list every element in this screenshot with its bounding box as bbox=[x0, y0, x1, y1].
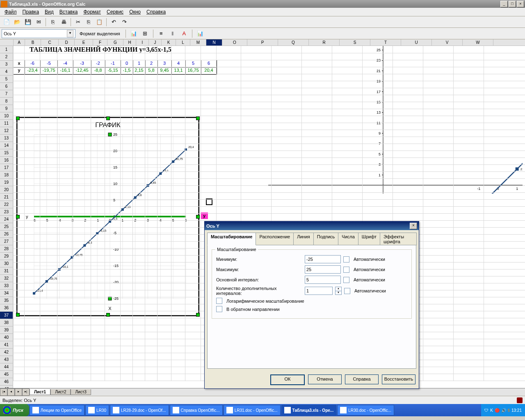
sheet-tab[interactable]: Лист1 bbox=[30, 389, 50, 395]
row-header[interactable]: 31 bbox=[0, 267, 13, 275]
column-header[interactable]: N bbox=[206, 39, 222, 46]
menu-window[interactable]: Окно bbox=[126, 8, 144, 16]
redo-icon[interactable]: ↷ bbox=[119, 17, 129, 27]
column-header[interactable]: K bbox=[162, 39, 176, 46]
menu-view[interactable]: Вид bbox=[42, 8, 57, 16]
tab-positioning[interactable]: Расположение bbox=[256, 233, 294, 245]
tray-icon[interactable]: K bbox=[490, 408, 493, 413]
new-icon[interactable]: 📄 bbox=[2, 17, 11, 27]
paste-icon[interactable]: 📋 bbox=[94, 17, 104, 27]
row-header[interactable]: 13 bbox=[0, 135, 13, 142]
column-header[interactable]: M bbox=[190, 39, 206, 46]
tab-line[interactable]: Линия bbox=[293, 233, 314, 245]
row-header[interactable]: 43 bbox=[0, 356, 13, 363]
column-header[interactable]: E bbox=[75, 39, 93, 46]
print-icon[interactable]: 🖶 bbox=[59, 17, 68, 27]
row-header[interactable]: 32 bbox=[0, 275, 13, 282]
menu-help[interactable]: Справка bbox=[144, 8, 169, 16]
maximize-button[interactable]: □ bbox=[509, 1, 516, 7]
name-box[interactable]: Ось Y ▼ bbox=[2, 29, 75, 38]
start-button[interactable]: Пуск bbox=[0, 404, 29, 416]
ok-button[interactable]: ОК bbox=[270, 374, 305, 385]
minimize-button[interactable]: _ bbox=[500, 1, 508, 7]
row-header[interactable]: 38 bbox=[0, 319, 13, 326]
row-header[interactable]: 39 bbox=[0, 326, 13, 334]
column-header[interactable]: W bbox=[463, 39, 493, 46]
row-header[interactable]: 46 bbox=[0, 378, 13, 386]
row-header[interactable]: 10 bbox=[0, 112, 13, 120]
row-header[interactable]: 26 bbox=[0, 231, 13, 238]
save-icon[interactable]: 💾 bbox=[23, 17, 33, 27]
minor-input[interactable] bbox=[305, 287, 333, 295]
close-button[interactable]: × bbox=[517, 1, 524, 7]
help-button[interactable]: Справка bbox=[345, 374, 379, 384]
max-input[interactable] bbox=[305, 265, 341, 274]
resize-handle[interactable] bbox=[196, 116, 200, 120]
column-header[interactable]: O bbox=[222, 39, 247, 46]
sheet-nav-prev-icon[interactable]: ◂ bbox=[7, 388, 15, 396]
row-header[interactable]: 22 bbox=[0, 201, 13, 208]
mail-icon[interactable]: ✉ bbox=[34, 17, 43, 27]
font-icon[interactable]: A bbox=[179, 29, 189, 39]
major-input[interactable] bbox=[305, 276, 341, 284]
format-selection-button[interactable]: Формат выделения bbox=[77, 30, 123, 37]
name-box-dropdown-icon[interactable]: ▼ bbox=[67, 30, 73, 37]
row-header[interactable]: 29 bbox=[0, 253, 13, 260]
column-header[interactable]: T bbox=[370, 39, 401, 46]
resize-handle[interactable] bbox=[16, 313, 20, 317]
row-header[interactable]: 21 bbox=[0, 194, 13, 201]
tab-label[interactable]: Подпись bbox=[313, 233, 339, 245]
row-header[interactable]: 2 bbox=[0, 53, 13, 61]
menu-edit[interactable]: Правка bbox=[20, 8, 42, 16]
row-header[interactable]: 23 bbox=[0, 208, 13, 216]
row-header[interactable]: 30 bbox=[0, 260, 13, 267]
menu-format[interactable]: Формат bbox=[80, 8, 104, 16]
pdf-icon[interactable]: ⎘ bbox=[48, 17, 58, 27]
row-header[interactable]: 42 bbox=[0, 349, 13, 356]
sheet-nav-first-icon[interactable]: |◂ bbox=[0, 388, 7, 396]
chart-tool-icon[interactable]: 📊 bbox=[129, 29, 139, 39]
taskbar-item[interactable]: LR30.doc - OpenOffic... bbox=[337, 405, 394, 415]
menu-file[interactable]: Файл bbox=[2, 8, 20, 16]
row-header[interactable]: 27 bbox=[0, 238, 13, 245]
row-header[interactable]: 15 bbox=[0, 149, 13, 157]
sheet-nav-last-icon[interactable]: ▸| bbox=[22, 388, 30, 396]
copy-icon[interactable]: ⎘ bbox=[84, 17, 94, 27]
row-header[interactable]: 41 bbox=[0, 341, 13, 349]
row-header[interactable]: 45 bbox=[0, 371, 13, 378]
row-header[interactable]: 4 bbox=[0, 68, 13, 75]
reset-button[interactable]: Восстановить bbox=[382, 374, 415, 384]
taskbar-item[interactable]: LR30 bbox=[85, 405, 109, 415]
resize-handle[interactable] bbox=[196, 215, 200, 219]
minor-auto-checkbox[interactable] bbox=[344, 288, 350, 294]
chart-type-icon[interactable]: 📊 bbox=[195, 29, 205, 39]
column-header[interactable]: A bbox=[14, 39, 25, 46]
column-header[interactable]: L bbox=[176, 39, 190, 46]
row-header[interactable]: 24 bbox=[0, 216, 13, 223]
spin-down-icon[interactable]: ▼ bbox=[336, 291, 341, 295]
cut-icon[interactable]: ✂ bbox=[73, 17, 83, 27]
tray-icon[interactable]: 🛡 bbox=[484, 408, 488, 413]
undo-icon[interactable]: ↶ bbox=[109, 17, 119, 27]
resize-handle[interactable] bbox=[16, 215, 20, 219]
spin-up-icon[interactable]: ▲ bbox=[336, 287, 341, 291]
menu-insert[interactable]: Вставка bbox=[57, 8, 81, 16]
row-header[interactable]: 11 bbox=[0, 120, 13, 127]
tab-font-effects[interactable]: Эффекты шрифта bbox=[380, 233, 417, 245]
row-header[interactable]: 5 bbox=[0, 75, 13, 83]
row-header[interactable]: 35 bbox=[0, 297, 13, 304]
taskbar-item[interactable]: Таблица3.xls - Ope... bbox=[281, 405, 337, 415]
open-icon[interactable]: 📂 bbox=[12, 17, 22, 27]
dialog-close-icon[interactable]: × bbox=[410, 223, 417, 229]
resize-handle[interactable] bbox=[106, 116, 110, 120]
grid-h-icon[interactable]: ≡ bbox=[156, 29, 166, 39]
column-header[interactable]: Q bbox=[278, 39, 309, 46]
resize-handle[interactable] bbox=[106, 313, 110, 317]
row-header[interactable]: 1 bbox=[0, 46, 13, 53]
column-header[interactable]: P bbox=[247, 39, 278, 46]
row-header[interactable]: 7 bbox=[0, 90, 13, 98]
min-input[interactable] bbox=[305, 255, 341, 263]
tray-icon[interactable]: ti bbox=[508, 408, 510, 413]
tray-volume-icon[interactable]: 🔊 bbox=[501, 408, 506, 413]
column-header[interactable]: I bbox=[136, 39, 149, 46]
